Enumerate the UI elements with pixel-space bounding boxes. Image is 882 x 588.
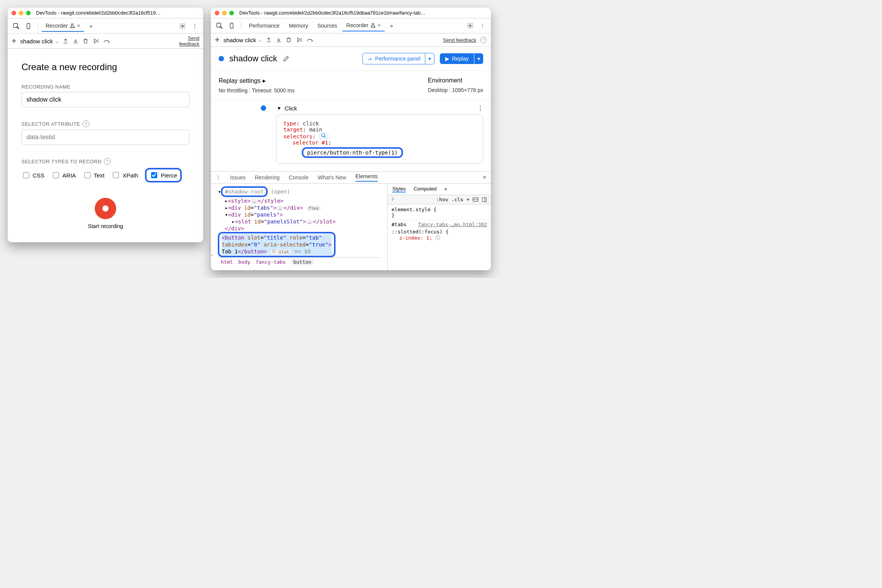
svg-rect-9 [482, 197, 487, 202]
css-rule[interactable]: ::slotted(:focus) { [392, 229, 487, 235]
tab-sources[interactable]: Sources [314, 20, 341, 31]
dom-tree[interactable]: ▾#shadow-root (open) ▸<style>…</style> ▸… [211, 184, 387, 270]
inspect-icon[interactable] [214, 20, 225, 31]
drawer-tab-rendering[interactable]: Rendering [255, 174, 280, 181]
checkbox-text[interactable]: Text [83, 168, 105, 182]
checkbox-xpath[interactable]: XPath [111, 168, 138, 182]
play-step-icon[interactable] [92, 38, 99, 44]
selector-attribute-input[interactable] [21, 130, 189, 145]
send-feedback-link[interactable]: Send feedback [173, 35, 199, 47]
step-over-icon[interactable] [103, 39, 110, 43]
throttle-value: No throttling [219, 87, 247, 94]
checkbox-pierce[interactable]: Pierce [145, 168, 182, 182]
recording-select[interactable]: shadow click⌵ [224, 36, 262, 43]
styles-tab[interactable]: Styles [392, 186, 406, 192]
close-tab-icon[interactable]: × [378, 22, 381, 28]
pick-selector-icon[interactable] [319, 133, 328, 139]
new-recording-button[interactable]: + [12, 36, 16, 46]
recording-header: shadow click Performance panel ▾ ▶ Repla… [211, 47, 491, 71]
cls-button[interactable]: .cls [451, 197, 463, 202]
close-tab-icon[interactable]: × [77, 22, 81, 29]
start-recording-button[interactable]: Start recording [21, 198, 189, 229]
window-title: DevTools - rawgit.com/ebidel/2d2bb0cdec3… [239, 10, 426, 16]
recording-name-label: RECORDING NAME [21, 84, 189, 90]
edit-icon[interactable] [283, 55, 290, 62]
checkbox-aria[interactable]: ARIA [51, 168, 76, 182]
gear-icon[interactable] [465, 20, 476, 31]
recording-select[interactable]: shadow click⌵ [20, 38, 59, 44]
help-icon[interactable]: ? [82, 120, 89, 127]
drawer-tab-console[interactable]: Console [289, 174, 308, 181]
export-icon[interactable] [266, 37, 272, 43]
source-link[interactable]: fancy-tabs-…mo.html:302 [418, 222, 487, 227]
recording-name: shadow click [229, 54, 277, 64]
send-feedback-link[interactable]: Send feedback [443, 37, 476, 43]
steps-list: ▾ Click ⋮ type: click target: main selec… [211, 100, 491, 171]
drawer-tab-issues[interactable]: Issues [230, 174, 245, 181]
breadcrumb[interactable]: htmlbodyfancy-tabsbutton [218, 257, 380, 266]
drawer-tab-whatsnew[interactable]: What's New [318, 174, 346, 181]
help-icon[interactable]: ? [104, 158, 111, 165]
kebab-icon[interactable]: ⋮ [477, 20, 488, 31]
devtools-window-right: DevTools - rawgit.com/ebidel/2d2bb0cdec3… [211, 8, 491, 270]
drawer-tab-elements[interactable]: Elements [355, 173, 378, 182]
titlebar: DevTools - rawgit.com/ebidel/2d2bb0cdec3… [211, 8, 491, 18]
replay-button[interactable]: ▶ Replay [440, 53, 474, 64]
replay-dropdown[interactable]: ▾ [474, 53, 483, 64]
svg-rect-7 [273, 250, 275, 252]
drawer-close-icon[interactable]: × [483, 174, 486, 181]
tab-memory[interactable]: Memory [285, 20, 312, 31]
delete-icon[interactable] [82, 38, 89, 44]
filter-input[interactable]: F [392, 197, 433, 202]
traffic-lights[interactable] [215, 11, 234, 15]
minimize-icon[interactable] [19, 11, 23, 15]
device-icon[interactable] [23, 21, 34, 31]
close-icon[interactable] [12, 11, 16, 15]
device-icon[interactable] [226, 20, 237, 31]
step-name[interactable]: Click [285, 105, 297, 112]
inspect-icon[interactable] [11, 21, 21, 31]
step-marker-icon [261, 105, 266, 111]
env-device: Desktop [428, 87, 448, 93]
drawer: ⋮ Issues Rendering Console What's New El… [211, 171, 491, 270]
new-recording-button[interactable]: + [215, 35, 220, 45]
start-recording-label: Start recording [21, 223, 189, 229]
zoom-icon[interactable] [26, 11, 31, 15]
import-icon[interactable] [72, 38, 79, 44]
import-icon[interactable] [276, 37, 282, 43]
toggle-icon[interactable] [472, 197, 479, 202]
more-tabs-icon[interactable]: » [386, 20, 397, 31]
selector-attribute-label: SELECTOR ATTRIBUTE? [21, 120, 189, 127]
step-over-icon[interactable] [306, 38, 313, 42]
main-toolbar: Recorder × » ⋮ [8, 18, 203, 34]
styles-panel: Styles Computed » F :hov .cls + element.… [387, 184, 491, 270]
hov-button[interactable]: :hov [436, 197, 448, 202]
recording-name-input[interactable] [21, 92, 189, 107]
traffic-lights[interactable] [12, 11, 31, 15]
create-recording-panel: Create a new recording RECORDING NAME SE… [8, 49, 203, 242]
tab-performance[interactable]: Performance [245, 20, 283, 31]
new-rule-icon[interactable]: + [466, 197, 469, 202]
help-icon[interactable]: ? [480, 36, 487, 43]
more-styles-tabs-icon[interactable]: » [444, 186, 447, 192]
css-rule[interactable]: element.style { [392, 207, 487, 212]
export-icon[interactable] [63, 38, 69, 44]
drawer-kebab-icon[interactable]: ⋮ [216, 174, 221, 181]
computed-tab[interactable]: Computed [413, 186, 436, 192]
play-step-icon[interactable] [296, 37, 303, 43]
recording-indicator-icon [219, 56, 224, 61]
step-kebab-icon[interactable]: ⋮ [477, 105, 483, 112]
css-selector: #tabs [392, 222, 406, 227]
tab-recorder[interactable]: Recorder × [42, 20, 84, 32]
sidebar-icon[interactable] [482, 197, 487, 202]
performance-dropdown[interactable]: ▾ [425, 53, 434, 64]
recorder-subbar: + shadow click⌵ Send feedback [8, 34, 203, 49]
checkbox-css[interactable]: CSS [21, 168, 44, 182]
delete-icon[interactable] [286, 37, 292, 43]
performance-panel-button[interactable]: Performance panel [362, 53, 425, 64]
replay-settings-toggle[interactable]: Replay settings ▸ [219, 77, 295, 84]
more-tabs-icon[interactable]: » [86, 21, 96, 31]
kebab-icon[interactable]: ⋮ [189, 21, 200, 31]
gear-icon[interactable] [177, 21, 188, 31]
tab-recorder[interactable]: Recorder× [342, 20, 385, 31]
